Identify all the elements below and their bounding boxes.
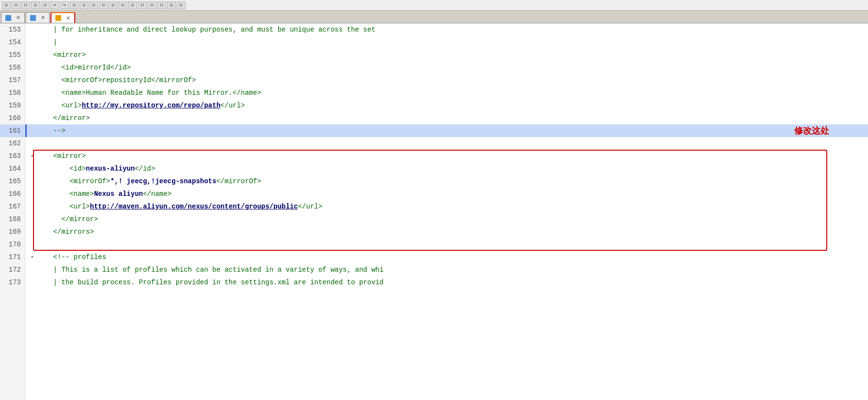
line-number-153: 153 xyxy=(0,23,25,36)
line-number-158: 158 xyxy=(0,87,25,99)
code-line-164[interactable]: <id>nexus-aliyun</id> xyxy=(25,162,868,175)
line-number-155: 155 xyxy=(0,49,25,61)
line-number-156: 156 xyxy=(0,61,25,74)
toolbar-icon-14[interactable]: ◻ xyxy=(128,1,137,9)
toolbar-icon-3[interactable]: ◻ xyxy=(21,1,30,9)
code-line-168[interactable]: </mirror> xyxy=(25,213,868,226)
tab-new1-icon xyxy=(30,15,36,21)
code-line-165[interactable]: <mirrorOf>*,! jeecg,!jeecg-snapshots</mi… xyxy=(25,175,868,188)
toolbar-icon-4[interactable]: ◻ xyxy=(31,1,40,9)
active-line-indicator xyxy=(25,124,27,137)
line-number-167: 167 xyxy=(0,200,25,213)
code-line-160[interactable]: </mirror> xyxy=(25,112,868,124)
tab-nginx[interactable]: ✕ xyxy=(1,12,25,23)
toolbar-icon-12[interactable]: ◻ xyxy=(109,1,117,9)
line-number-154: 154 xyxy=(0,36,25,49)
tab-settings[interactable]: ✕ xyxy=(50,12,75,23)
line-number-170: 170 xyxy=(0,238,25,251)
line-number-173: 173 xyxy=(0,276,25,289)
toolbar-icon-17[interactable]: ◻ xyxy=(157,1,166,9)
toolbar-icon-1[interactable]: ◻ xyxy=(2,1,11,9)
toolbar-icon-13[interactable]: ◻ xyxy=(118,1,127,9)
code-line-158[interactable]: <name>Human Readable Name for this Mirro… xyxy=(25,87,868,99)
line-number-164: 164 xyxy=(0,162,25,175)
code-line-166[interactable]: <name>Nexus aliyun</name> xyxy=(25,188,868,200)
line-number-162: 162 xyxy=(0,137,25,150)
toolbar-icon-9[interactable]: ◻ xyxy=(80,1,88,9)
line-number-169: 169 xyxy=(0,226,25,238)
line-number-168: 168 xyxy=(0,213,25,226)
tab-settings-close[interactable]: ✕ xyxy=(66,15,70,21)
annotation-161: 修改这处 xyxy=(794,124,829,137)
tab-nginx-icon xyxy=(5,15,11,21)
code-line-170[interactable] xyxy=(25,238,868,251)
tab-new1[interactable]: ✕ xyxy=(26,12,50,23)
line-number-161: 161 xyxy=(0,124,25,137)
code-line-173[interactable]: | the build process. Profiles provided i… xyxy=(25,276,868,289)
code-line-161[interactable]: -->修改这处 xyxy=(25,124,868,137)
code-line-172[interactable]: | This is a list of profiles which can b… xyxy=(25,263,868,276)
code-line-154[interactable]: | xyxy=(25,36,868,49)
code-line-167[interactable]: <url>http://maven.aliyun.com/nexus/conte… xyxy=(25,200,868,213)
fold-marker-171[interactable]: ▸ xyxy=(29,254,36,261)
line-number-165: 165 xyxy=(0,175,25,188)
toolbar-icon-6[interactable]: ↩ xyxy=(50,1,59,9)
line-number-166: 166 xyxy=(0,188,25,200)
tab-nginx-close[interactable]: ✕ xyxy=(16,15,20,21)
tab-bar: ✕ ✕ ✕ xyxy=(0,11,868,23)
toolbar-icon-2[interactable]: ◻ xyxy=(12,1,20,9)
line-numbers: 1531541551561571581591601611621631641651… xyxy=(0,23,25,400)
line-number-171: 171 xyxy=(0,251,25,263)
code-content[interactable]: | for inheritance and direct lookup purp… xyxy=(25,23,868,400)
code-line-157[interactable]: <mirrorOf>repositoryId</mirrorOf> xyxy=(25,74,868,87)
tab-new1-close[interactable]: ✕ xyxy=(41,15,45,21)
toolbar-icon-7[interactable]: ↪ xyxy=(60,1,69,9)
line-number-160: 160 xyxy=(0,112,25,124)
code-line-169[interactable]: </mirrors> xyxy=(25,226,868,238)
code-line-163[interactable]: ▸ <mirror> xyxy=(25,150,868,162)
code-line-156[interactable]: <id>mirrorId</id> xyxy=(25,61,868,74)
code-line-155[interactable]: <mirror> xyxy=(25,49,868,61)
toolbar: ◻ ◻ ◻ ◻ ◻ ↩ ↪ ◻ ◻ ◻ ◻ ◻ ◻ ◻ ◻ ◻ ◻ ◻ ◻ xyxy=(0,0,868,11)
toolbar-icon-10[interactable]: ◻ xyxy=(89,1,98,9)
toolbar-icon-8[interactable]: ◻ xyxy=(70,1,79,9)
toolbar-icon-5[interactable]: ◻ xyxy=(41,1,50,9)
editor: 1531541551561571581591601611621631641651… xyxy=(0,23,868,400)
toolbar-icon-18[interactable]: ◻ xyxy=(167,1,176,9)
toolbar-icon-15[interactable]: ◻ xyxy=(138,1,147,9)
toolbar-icon-11[interactable]: ◻ xyxy=(99,1,108,9)
line-number-157: 157 xyxy=(0,74,25,87)
toolbar-icon-19[interactable]: ◻ xyxy=(177,1,185,9)
code-line-171[interactable]: ▸ <!-- profiles xyxy=(25,251,868,263)
code-line-153[interactable]: | for inheritance and direct lookup purp… xyxy=(25,23,868,36)
code-line-162[interactable] xyxy=(25,137,868,150)
line-number-163: 163 xyxy=(0,150,25,162)
code-line-159[interactable]: <url>http://my.repository.com/repo/path<… xyxy=(25,99,868,112)
toolbar-icon-16[interactable]: ◻ xyxy=(148,1,156,9)
tab-settings-icon xyxy=(55,15,61,21)
fold-marker-163[interactable]: ▸ xyxy=(29,153,36,159)
line-number-159: 159 xyxy=(0,99,25,112)
line-number-172: 172 xyxy=(0,263,25,276)
